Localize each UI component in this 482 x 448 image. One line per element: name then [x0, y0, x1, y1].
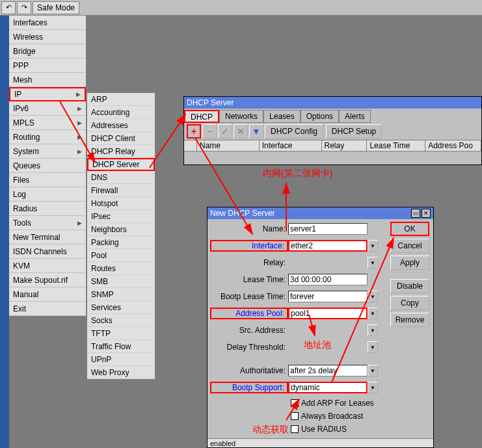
submenu-tftp[interactable]: TFTP: [87, 327, 155, 340]
input-authoritative[interactable]: [288, 365, 368, 376]
submenu-packing[interactable]: Packing: [87, 236, 155, 249]
submenu-services[interactable]: Services: [87, 301, 155, 314]
cb-label-always-broadcast: Always Broadcast: [301, 412, 363, 421]
dropdown-relay[interactable]: ▼: [368, 257, 378, 269]
submenu-pool[interactable]: Pool: [87, 249, 155, 262]
tab-options[interactable]: Options: [301, 110, 339, 123]
input-bootp-support[interactable]: [288, 382, 368, 393]
menu-ipv6[interactable]: IPv6▶: [9, 101, 86, 116]
input-name[interactable]: [288, 223, 368, 235]
submenu-smb[interactable]: SMB: [87, 275, 155, 288]
dropdown-bootp-lease[interactable]: ▼: [368, 291, 378, 302]
dropdown-interface[interactable]: ▼: [368, 240, 378, 252]
checkbox-always-broadcast[interactable]: [291, 412, 299, 420]
add-button[interactable]: +: [187, 124, 201, 138]
submenu-arp[interactable]: ARP: [87, 93, 155, 106]
menu-ip[interactable]: IP▶: [9, 87, 86, 101]
submenu-firewall[interactable]: Firewall: [87, 184, 155, 197]
input-bootp-lease[interactable]: [288, 291, 368, 302]
submenu-traffic-flow[interactable]: Traffic Flow: [87, 340, 155, 353]
ok-button[interactable]: OK: [390, 222, 429, 236]
dhcp-setup-button[interactable]: DHCP Setup: [326, 124, 382, 138]
submenu-web-proxy[interactable]: Web Proxy: [87, 366, 155, 379]
menu-new-terminal[interactable]: New Terminal: [9, 230, 86, 244]
menu-mpls[interactable]: MPLS▶: [9, 116, 86, 130]
close-icon[interactable]: ✕: [422, 209, 431, 218]
menu-queues[interactable]: Queues: [9, 159, 86, 173]
input-address-pool[interactable]: [288, 308, 368, 319]
th-interface[interactable]: Interface: [260, 140, 322, 151]
apply-button[interactable]: Apply: [390, 256, 429, 270]
menu-manual[interactable]: Manual: [9, 287, 86, 302]
menu-label: Files: [13, 176, 29, 185]
submenu-addresses[interactable]: Addresses: [87, 119, 155, 132]
submenu-hotspot[interactable]: Hotspot: [87, 197, 155, 210]
input-interface[interactable]: [288, 240, 368, 252]
menu-interfaces[interactable]: Interfaces: [9, 16, 86, 30]
th-blank[interactable]: [184, 140, 197, 151]
label-bootp-support: Bootp Support:: [210, 382, 288, 393]
tab-leases[interactable]: Leases: [263, 110, 301, 123]
menu-routing[interactable]: Routing▶: [9, 130, 86, 144]
menu-system[interactable]: System▶: [9, 144, 86, 159]
checkbox-use-radius[interactable]: [291, 425, 299, 433]
remove-dialog-button[interactable]: Remove: [390, 313, 429, 327]
new-dialog-titlebar[interactable]: New DHCP Server ▭ ✕: [208, 207, 433, 219]
sidebar-strip: [0, 16, 9, 448]
dropdown-bootp-support[interactable]: ▼: [368, 382, 378, 393]
menu-mesh[interactable]: Mesh: [9, 73, 86, 87]
menu-label: System: [13, 147, 39, 156]
tab-alerts[interactable]: Alerts: [339, 110, 371, 123]
menu-make-supout[interactable]: Make Supout.rif: [9, 273, 86, 287]
dhcp-window-titlebar[interactable]: DHCP Server: [184, 97, 481, 109]
input-lease-time[interactable]: [288, 274, 368, 285]
submenu-dhcp-client[interactable]: DHCP Client: [87, 132, 155, 145]
dropdown-address-pool[interactable]: ▼: [368, 308, 378, 319]
submenu-dhcp-relay[interactable]: DHCP Relay: [87, 145, 155, 158]
menu-files[interactable]: Files: [9, 173, 86, 187]
label-interface: Interface:: [210, 240, 288, 252]
th-relay[interactable]: Relay: [322, 140, 368, 151]
menu-log[interactable]: Log: [9, 187, 86, 202]
disable-button[interactable]: ✕: [234, 124, 248, 138]
submenu-routes[interactable]: Routes: [87, 262, 155, 275]
submenu-accounting[interactable]: Accounting: [87, 106, 155, 119]
dropdown-authoritative[interactable]: ▼: [368, 365, 378, 376]
enable-button[interactable]: ✓: [218, 124, 232, 138]
minimize-icon[interactable]: ▭: [411, 209, 420, 218]
menu-ppp[interactable]: PPP: [9, 59, 86, 73]
menu-tools[interactable]: Tools▶: [9, 216, 86, 230]
menu-radius[interactable]: Radius: [9, 202, 86, 216]
submenu-snmp[interactable]: SNMP: [87, 288, 155, 301]
submenu-dhcp-server[interactable]: DHCP Server: [87, 158, 155, 171]
menu-exit[interactable]: Exit: [9, 302, 86, 316]
th-name[interactable]: Name: [197, 140, 260, 151]
label-lease-time: Lease Time:: [210, 275, 288, 284]
dropdown-src-address[interactable]: ▼: [368, 324, 378, 336]
checkbox-add-arp[interactable]: [291, 399, 299, 407]
remove-button[interactable]: −: [202, 124, 217, 138]
disable-button[interactable]: Disable: [390, 279, 429, 293]
redo-button[interactable]: ↷: [17, 1, 31, 14]
tab-networks[interactable]: Networks: [219, 110, 263, 123]
menu-bridge[interactable]: Bridge: [9, 44, 86, 59]
dropdown-delay-threshold[interactable]: ▼: [368, 341, 378, 353]
dhcp-config-button[interactable]: DHCP Config: [265, 124, 323, 138]
menu-wireless[interactable]: Wireless: [9, 30, 86, 44]
submenu-upnp[interactable]: UPnP: [87, 353, 155, 366]
tab-dhcp[interactable]: DHCP: [184, 110, 219, 123]
submenu-socks[interactable]: Socks: [87, 314, 155, 327]
menu-isdn-channels[interactable]: ISDN Channels: [9, 244, 86, 259]
copy-button[interactable]: Copy: [390, 296, 429, 310]
th-lease-time[interactable]: Lease Time: [367, 140, 425, 151]
menu-kvm[interactable]: KVM: [9, 259, 86, 273]
submenu-ipsec[interactable]: IPsec: [87, 210, 155, 223]
submenu-neighbors[interactable]: Neighbors: [87, 223, 155, 236]
th-address-pool[interactable]: Address Poo: [425, 140, 481, 151]
filter-button[interactable]: ▼: [249, 124, 263, 138]
submenu-dns[interactable]: DNS: [87, 171, 155, 184]
undo-button[interactable]: ↶: [1, 1, 16, 14]
safe-mode-button[interactable]: Safe Mode: [33, 1, 79, 14]
cancel-button[interactable]: Cancel: [390, 239, 429, 253]
label-src-address: Src. Address:: [210, 326, 288, 335]
